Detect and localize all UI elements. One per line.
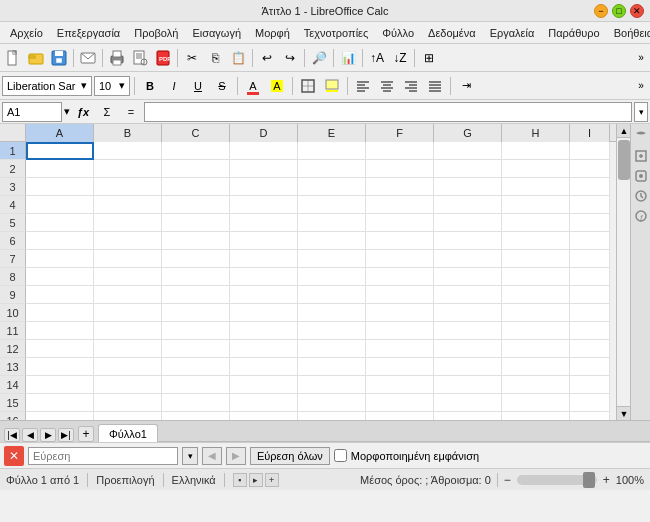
cell-D13[interactable] <box>230 358 298 376</box>
maximize-button[interactable]: □ <box>612 4 626 18</box>
cell-D12[interactable] <box>230 340 298 358</box>
cell-A15[interactable] <box>26 394 94 412</box>
cell-E4[interactable] <box>298 196 366 214</box>
cell-B12[interactable] <box>94 340 162 358</box>
cell-G3[interactable] <box>434 178 502 196</box>
cell-A4[interactable] <box>26 196 94 214</box>
cell-B2[interactable] <box>94 160 162 178</box>
menu-file[interactable]: Αρχείο <box>4 25 49 41</box>
cell-A9[interactable] <box>26 286 94 304</box>
scroll-up-button[interactable]: ▲ <box>617 124 631 138</box>
cell-I12[interactable] <box>570 340 610 358</box>
formatted-display-checkbox[interactable] <box>334 449 347 462</box>
row-number-1[interactable]: 1 <box>0 142 26 160</box>
highlight-color-button[interactable]: A <box>266 75 288 97</box>
row-number-9[interactable]: 9 <box>0 286 26 304</box>
cell-C4[interactable] <box>162 196 230 214</box>
cell-B16[interactable] <box>94 412 162 420</box>
cell-I7[interactable] <box>570 250 610 268</box>
row-number-12[interactable]: 12 <box>0 340 26 358</box>
cell-I10[interactable] <box>570 304 610 322</box>
cell-E12[interactable] <box>298 340 366 358</box>
cell-D9[interactable] <box>230 286 298 304</box>
right-panel-btn3[interactable] <box>633 168 649 184</box>
cell-E6[interactable] <box>298 232 366 250</box>
menu-sheet[interactable]: Φύλλο <box>376 25 420 41</box>
cell-E7[interactable] <box>298 250 366 268</box>
formula-dropdown-button[interactable]: ▾ <box>634 102 648 122</box>
align-left-button[interactable] <box>352 75 374 97</box>
right-panel-btn5[interactable]: ƒ <box>633 208 649 224</box>
zoom-plus-button[interactable]: + <box>603 473 610 487</box>
cell-B6[interactable] <box>94 232 162 250</box>
row-number-5[interactable]: 5 <box>0 214 26 232</box>
tab-prev-button[interactable]: ◀ <box>22 428 38 442</box>
cell-D5[interactable] <box>230 214 298 232</box>
cell-A6[interactable] <box>26 232 94 250</box>
ext-mode-button[interactable]: ▸ <box>249 473 263 487</box>
preview-button[interactable] <box>129 47 151 69</box>
cell-I13[interactable] <box>570 358 610 376</box>
cell-F9[interactable] <box>366 286 434 304</box>
right-panel-btn1[interactable] <box>633 128 649 144</box>
row-number-11[interactable]: 11 <box>0 322 26 340</box>
minimize-button[interactable]: − <box>594 4 608 18</box>
cell-A1[interactable] <box>26 142 94 160</box>
col-header-c[interactable]: C <box>162 124 230 142</box>
row-number-14[interactable]: 14 <box>0 376 26 394</box>
cell-B13[interactable] <box>94 358 162 376</box>
cell-I11[interactable] <box>570 322 610 340</box>
row-number-2[interactable]: 2 <box>0 160 26 178</box>
bold-button[interactable]: B <box>139 75 161 97</box>
cell-A13[interactable] <box>26 358 94 376</box>
close-button[interactable]: ✕ <box>630 4 644 18</box>
cell-H10[interactable] <box>502 304 570 322</box>
cell-F4[interactable] <box>366 196 434 214</box>
cell-D7[interactable] <box>230 250 298 268</box>
cell-G11[interactable] <box>434 322 502 340</box>
row-number-6[interactable]: 6 <box>0 232 26 250</box>
cell-G9[interactable] <box>434 286 502 304</box>
cell-B5[interactable] <box>94 214 162 232</box>
row-number-7[interactable]: 7 <box>0 250 26 268</box>
cell-C15[interactable] <box>162 394 230 412</box>
cell-I3[interactable] <box>570 178 610 196</box>
charts-button[interactable]: 📊 <box>337 47 359 69</box>
toolbar1-overflow[interactable]: » <box>634 47 648 69</box>
cell-G15[interactable] <box>434 394 502 412</box>
cell-H12[interactable] <box>502 340 570 358</box>
cell-G6[interactable] <box>434 232 502 250</box>
cell-C3[interactable] <box>162 178 230 196</box>
cell-B11[interactable] <box>94 322 162 340</box>
col-header-h[interactable]: H <box>502 124 570 142</box>
cell-E9[interactable] <box>298 286 366 304</box>
cell-C16[interactable] <box>162 412 230 420</box>
cell-B9[interactable] <box>94 286 162 304</box>
find-options-dropdown[interactable]: ▾ <box>182 447 198 465</box>
row-number-16[interactable]: 16 <box>0 412 26 420</box>
cell-D4[interactable] <box>230 196 298 214</box>
cut-button[interactable]: ✂ <box>181 47 203 69</box>
cell-A14[interactable] <box>26 376 94 394</box>
right-panel-btn4[interactable] <box>633 188 649 204</box>
cell-B10[interactable] <box>94 304 162 322</box>
cell-A11[interactable] <box>26 322 94 340</box>
strikethrough-button[interactable]: S <box>211 75 233 97</box>
cell-G10[interactable] <box>434 304 502 322</box>
cell-A3[interactable] <box>26 178 94 196</box>
cell-F11[interactable] <box>366 322 434 340</box>
cell-F16[interactable] <box>366 412 434 420</box>
cell-H4[interactable] <box>502 196 570 214</box>
menu-edit[interactable]: Επεξεργασία <box>51 25 126 41</box>
find-close-button[interactable]: ✕ <box>4 446 24 466</box>
scroll-down-button[interactable]: ▼ <box>617 406 631 420</box>
sheet-tab-1[interactable]: Φύλλο1 <box>98 424 158 442</box>
cell-H5[interactable] <box>502 214 570 232</box>
col-header-i[interactable]: I <box>570 124 610 142</box>
cell-A5[interactable] <box>26 214 94 232</box>
cell-E5[interactable] <box>298 214 366 232</box>
cell-B3[interactable] <box>94 178 162 196</box>
cell-G13[interactable] <box>434 358 502 376</box>
cell-D10[interactable] <box>230 304 298 322</box>
cell-H16[interactable] <box>502 412 570 420</box>
